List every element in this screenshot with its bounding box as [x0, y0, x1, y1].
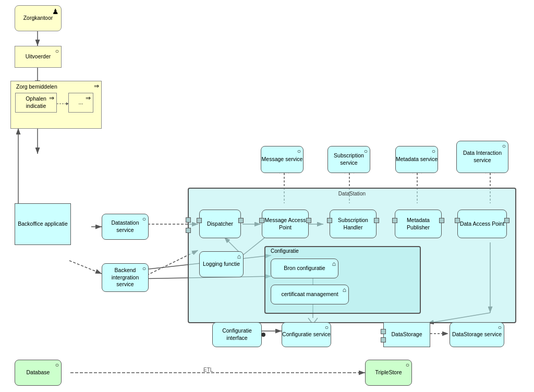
backoffice-box: Backoffice applicatie	[15, 203, 71, 245]
metadata-service-box: Metadata service	[395, 146, 438, 173]
ophalen-indicatie-box: Ophalen indicatie	[15, 93, 57, 113]
datastation-service-label: Datastation service	[102, 219, 148, 234]
configuratie-service-label: Configuratie service	[282, 331, 331, 338]
uitvoerder-box: Uitvoerder	[15, 46, 62, 68]
ophalen-indicatie-label: Ophalen indicatie	[16, 95, 56, 109]
logging-functie-label: Logging functie	[203, 261, 240, 268]
certificaat-management-label: certificaat management	[281, 291, 338, 298]
database-box: Database	[15, 360, 62, 386]
canvas: Zorgkantoor Uitvoerder Zorg bemiddelen O…	[0, 0, 534, 392]
bron-configuratie-box: Bron configuratie	[271, 259, 338, 278]
subscription-service-box: Subscription service	[327, 146, 370, 173]
data-access-point-label: Data Access Point	[460, 220, 504, 228]
configuratie-container: Configuratie Bron configuratie certifica…	[264, 246, 421, 314]
message-access-point-box: Message Access Point	[262, 210, 309, 238]
triplestore-label: TripleStore	[375, 369, 402, 376]
mp-conn-r	[439, 218, 444, 223]
map-conn-r	[306, 218, 311, 223]
data-interaction-service-box: Data Interaction service	[456, 141, 508, 173]
data-access-point-box: Data Access Point	[457, 210, 507, 238]
map-conn-l	[259, 218, 264, 223]
backoffice-label: Backoffice applicatie	[18, 220, 68, 228]
configuratie-interface-label: Configuratie interface	[213, 327, 261, 341]
dap-conn-r	[504, 218, 509, 223]
metadata-publisher-label: Metadata Publisher	[395, 217, 441, 231]
dispatcher-box: Dispatcher	[199, 210, 241, 238]
backend-integration-box: Backend intergration service	[102, 263, 149, 292]
sh-conn-l	[327, 218, 332, 223]
svg-line-10	[69, 261, 102, 274]
database-label: Database	[27, 369, 50, 376]
bron-configuratie-label: Bron configuratie	[284, 265, 325, 272]
zorgkantoor-box: Zorgkantoor	[15, 5, 62, 31]
etl-label: ETL	[203, 367, 213, 373]
dispatcher-conn-l	[197, 218, 202, 223]
subscription-service-label: Subscription service	[328, 152, 370, 166]
configuratie-interface-box: Configuratie interface	[212, 322, 262, 347]
subscription-handler-box: Subscription Handler	[330, 210, 377, 238]
datastorage-box: DataStorage	[383, 322, 430, 347]
ellipsis-label: ...	[79, 99, 83, 106]
triplestore-box: TripleStore	[365, 360, 412, 386]
datastorage-label: DataStorage	[392, 331, 422, 338]
configuratie-label: Configuratie	[271, 248, 299, 254]
mp-conn-l	[392, 218, 397, 223]
subscription-handler-label: Subscription Handler	[330, 217, 376, 231]
metadata-service-label: Metadata service	[396, 156, 438, 163]
message-service-box: Message service	[261, 146, 304, 173]
ellipsis-box: ...	[68, 93, 93, 113]
zorg-bemiddelen-label: Zorg bemiddelen	[16, 83, 57, 91]
metadata-publisher-box: Metadata Publisher	[395, 210, 442, 238]
ds-conn-l2	[381, 337, 386, 342]
datastation-service-box: Datastation service	[102, 214, 149, 240]
dispatcher-label: Dispatcher	[207, 220, 233, 228]
connector-l1	[186, 217, 191, 223]
certificaat-management-box: certificaat management	[271, 285, 349, 304]
data-interaction-service-label: Data Interaction service	[457, 150, 508, 164]
zorgkantoor-label: Zorgkantoor	[23, 15, 53, 22]
uitvoerder-label: Uitvoerder	[26, 53, 51, 60]
sh-conn-r	[374, 218, 379, 223]
configuratie-service-box: Configuratie service	[282, 322, 331, 347]
datastorage-service-label: DataStorage service	[452, 331, 502, 338]
datastorage-service-box: DataStorage service	[450, 322, 504, 347]
zorg-bemiddelen-box: Zorg bemiddelen Ophalen indicatie ...	[10, 81, 102, 129]
dispatcher-conn-r	[238, 218, 244, 223]
ds-conn-l1	[381, 329, 386, 334]
connector-l2	[186, 228, 191, 233]
dap-conn-l	[455, 218, 460, 223]
message-service-label: Message service	[262, 156, 303, 163]
backend-integration-label: Backend intergration service	[102, 267, 148, 288]
svg-marker-34	[66, 102, 68, 105]
logging-functie-box: Logging functie	[199, 251, 244, 277]
datastation-container: DataStation Dispatcher Message Access Po…	[188, 188, 516, 323]
datastation-container-label: DataStation	[338, 191, 366, 197]
message-access-point-label: Message Access Point	[262, 217, 308, 231]
